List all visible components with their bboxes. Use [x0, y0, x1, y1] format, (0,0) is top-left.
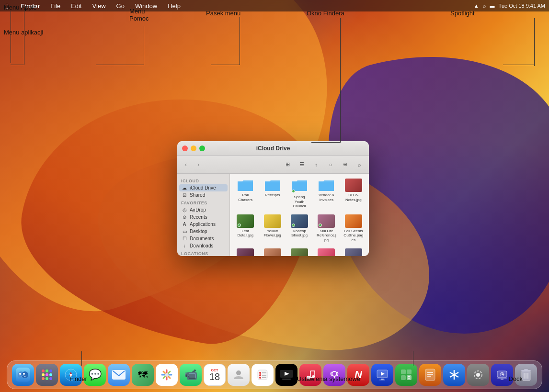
- sidebar-item-desktop[interactable]: ▭ Desktop: [177, 228, 229, 235]
- svg-point-11: [42, 377, 45, 380]
- file-item-spring-youth[interactable]: Spring Youth Council: [288, 178, 311, 210]
- window-close-button[interactable]: [182, 146, 188, 151]
- window-menu[interactable]: Window: [133, 2, 159, 10]
- dock-item-photos[interactable]: [156, 364, 178, 386]
- search-button[interactable]: ⌕: [354, 159, 365, 170]
- file-item-receipts[interactable]: Receipts: [261, 178, 284, 210]
- file-item-title-cover[interactable]: Title Cover.jpg: [234, 247, 257, 256]
- svg-rect-22: [258, 370, 267, 380]
- file-item-fall-scents[interactable]: Fall Scents Outline.pages: [342, 213, 365, 244]
- forward-button[interactable]: ›: [194, 160, 203, 169]
- dock-item-screentime[interactable]: [491, 364, 513, 386]
- dock-item-numbers[interactable]: [395, 364, 417, 386]
- trash-icon: [521, 369, 531, 381]
- menubar-left:  Finder File Edit View Go Window Help: [4, 2, 474, 10]
- svg-rect-61: [501, 379, 503, 380]
- dock-item-calendar[interactable]: OCT 18: [204, 364, 226, 386]
- desktop:  Finder File Edit View Go Window Help ▲…: [0, 0, 549, 392]
- dock-item-trash[interactable]: [515, 364, 537, 386]
- dock-item-keynote[interactable]: [371, 364, 393, 386]
- sidebar-label-airdrop: AirDrop: [190, 207, 206, 213]
- svg-point-21: [236, 370, 241, 375]
- file-item-yellow-flower[interactable]: Yellow Flower.jpg: [261, 213, 284, 244]
- svg-point-13: [49, 377, 52, 380]
- sidebar-item-documents[interactable]: ☐ Documents: [177, 235, 229, 242]
- view-menu[interactable]: View: [91, 2, 108, 10]
- sidebar-item-shared[interactable]: ⊡ Shared: [177, 191, 229, 199]
- file-item-still-life[interactable]: Still Life Reference.jpg: [315, 213, 338, 244]
- photos-icon: [160, 368, 174, 382]
- edit-menu[interactable]: Edit: [69, 2, 83, 10]
- sidebar-section-locations: Locations: [177, 249, 229, 256]
- share-button[interactable]: ↑: [310, 159, 322, 170]
- file-item-rd-notes[interactable]: RD.2-Notes.jpg: [342, 178, 365, 210]
- svg-rect-46: [401, 375, 406, 380]
- file-item-pink[interactable]: Pink.jpeg: [315, 247, 338, 256]
- dock-item-facetime[interactable]: 📹: [180, 364, 202, 386]
- file-item-vendor[interactable]: Vendor & Invoices: [315, 178, 338, 210]
- action-button[interactable]: ⊕: [339, 159, 351, 170]
- dock-item-maps[interactable]: 🗺: [132, 364, 154, 386]
- sidebar-item-applications[interactable]: A Applications: [177, 221, 229, 228]
- file-item-skater[interactable]: Skater.jpeg: [342, 247, 365, 256]
- dock-item-reminders[interactable]: [252, 364, 274, 386]
- file-item-mexico-city[interactable]: Mexico City.jpeg: [261, 247, 284, 256]
- shared-icon: ⊡: [181, 192, 188, 198]
- facetime-icon: 📹: [184, 369, 197, 381]
- sidebar-label-icloud-drive: iCloud Drive: [190, 185, 216, 190]
- dock-item-news[interactable]: N: [347, 364, 369, 386]
- dock-item-music[interactable]: [299, 364, 321, 386]
- dock-item-podcasts[interactable]: [323, 364, 345, 386]
- battery-icon: ▬: [490, 3, 495, 9]
- dock-item-safari[interactable]: [60, 364, 82, 386]
- search-icon[interactable]: ⌕: [483, 3, 486, 9]
- view-list-button[interactable]: ☰: [296, 159, 308, 170]
- applications-icon: A: [181, 222, 188, 227]
- screentime-icon: [496, 369, 508, 381]
- annotation-vline-spotlight: [534, 18, 535, 66]
- sidebar-item-recents[interactable]: ⊙ Recents: [177, 213, 229, 221]
- keynote-icon: [376, 369, 389, 381]
- tag-button[interactable]: ○: [325, 159, 336, 170]
- svg-point-3: [19, 373, 21, 375]
- finder-menu[interactable]: Finder: [19, 2, 42, 10]
- window-minimize-button[interactable]: [191, 146, 196, 151]
- settings-icon: [472, 369, 484, 381]
- dock-item-contacts[interactable]: [228, 364, 250, 386]
- file-menu[interactable]: File: [48, 2, 62, 10]
- file-name: Fall Scents Outline.pages: [343, 229, 364, 243]
- file-name: Yellow Flower.jpg: [262, 229, 283, 238]
- mail-icon: [112, 370, 126, 380]
- dock-item-settings[interactable]: [467, 364, 489, 386]
- window-maximize-button[interactable]: [199, 146, 205, 151]
- sidebar-item-downloads[interactable]: ↓ Downloads: [177, 242, 229, 249]
- view-grid-button[interactable]: ⊞: [282, 159, 293, 170]
- file-item-rooftop[interactable]: Rooftop Shoot.jpg: [288, 213, 311, 244]
- dock-item-finder[interactable]: [12, 364, 34, 386]
- tv-icon: [280, 370, 293, 380]
- dock-item-mail[interactable]: [108, 364, 130, 386]
- dock-item-tv[interactable]: [275, 364, 297, 386]
- sidebar-item-airdrop[interactable]: ◎ AirDrop: [177, 206, 229, 213]
- svg-rect-42: [381, 379, 384, 380]
- svg-rect-31: [282, 379, 291, 380]
- sidebar-label-shared: Shared: [190, 192, 205, 198]
- calendar-day: 18: [209, 372, 220, 381]
- sidebar-item-icloud-drive[interactable]: ☁ iCloud Drive: [179, 184, 228, 191]
- go-menu[interactable]: Go: [114, 2, 126, 10]
- back-button[interactable]: ‹: [181, 160, 191, 169]
- reminders-icon: [256, 369, 269, 381]
- dock-item-pages[interactable]: [419, 364, 441, 386]
- file-item-lone-pine[interactable]: Lone Pine.jpeg: [288, 247, 311, 256]
- dock-item-launchpad[interactable]: [36, 364, 58, 386]
- dock-item-appstore[interactable]: [443, 364, 465, 386]
- help-menu[interactable]: Help: [166, 2, 183, 10]
- dock-item-messages[interactable]: 💬: [84, 364, 106, 386]
- apple-menu[interactable]: : [4, 2, 10, 10]
- folder-icon: [318, 179, 335, 192]
- svg-point-27: [259, 377, 261, 379]
- file-item-rail-chasers[interactable]: Rail Chasers: [234, 178, 257, 210]
- sidebar-label-desktop: Desktop: [190, 229, 207, 234]
- file-item-leaf[interactable]: Leaf Detail.jpg: [234, 213, 257, 244]
- wifi-icon: ▲: [474, 3, 479, 9]
